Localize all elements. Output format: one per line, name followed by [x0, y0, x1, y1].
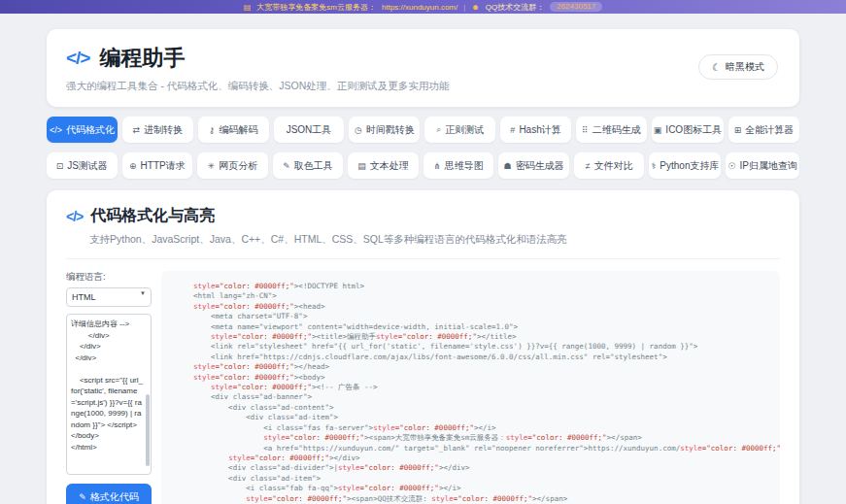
image-icon: ▣: [654, 125, 662, 135]
tab-label: 时间戳转换: [366, 123, 415, 137]
code-line: style="color: #0000ff;"><span>QQ技术交流群: s…: [193, 494, 772, 504]
tab-ip-lookup[interactable]: ☉IP归属地查询: [726, 152, 799, 179]
tab-label: 正则测试: [445, 123, 484, 137]
code-line: <html lang="zh-CN">: [193, 291, 772, 301]
pen-icon: ✎: [79, 492, 86, 502]
tab-qrcode-generator[interactable]: ⠿二维码生成: [576, 117, 647, 143]
language-selected-value: HTML: [72, 292, 96, 302]
tab-label: IP归属地查询: [740, 159, 797, 173]
title-row: </> 编程助手: [66, 44, 780, 73]
code-line: style="color: #0000ff;"><title>编程助手style…: [193, 332, 772, 342]
tab-label: HTTP请求: [141, 159, 186, 173]
chevron-down-icon: ▼: [140, 290, 146, 296]
scrollbar[interactable]: [146, 394, 150, 466]
code-line: <a href="https://xunduyun.com/" target="…: [193, 444, 772, 454]
dark-mode-button[interactable]: ☾ 暗黑模式: [698, 54, 778, 80]
tab-label: 思维导图: [445, 159, 484, 173]
code-line: style="color: #0000ff;"><!DOCTYPE html>: [193, 282, 772, 291]
tab-web-analyzer[interactable]: ✳网页分析: [197, 152, 268, 179]
not-equal-icon: ≠: [586, 161, 591, 171]
tab-label: 网页分析: [219, 159, 257, 173]
code-line: <div class="ad-divider">|style="color: #…: [193, 463, 772, 473]
code-line: <meta charset="UTF-8">: [193, 312, 772, 321]
section-subtitle: 支持Python、JavaScript、Java、C++、C#、HTML、CSS…: [89, 233, 780, 247]
swap-icon: ⇄: [133, 125, 141, 135]
server-icon: ▤: [244, 3, 252, 12]
code-line: <div class="ad-item">: [193, 474, 772, 484]
tab-label: ICO图标工具: [665, 123, 722, 137]
code-line: style="color: #0000ff;"><head>: [193, 302, 772, 312]
page-title: 编程助手: [99, 44, 185, 73]
tab-code-formatter[interactable]: </>代码格式化: [47, 117, 118, 143]
banner-divider: |: [463, 3, 465, 12]
language-label: 编程语言:: [66, 271, 152, 284]
code-line: style="color: #0000ff;"><span>大宽带独享免备案免s…: [193, 433, 772, 443]
tab-text-processor[interactable]: ▤文本处理: [348, 152, 419, 179]
tab-ico-tool[interactable]: ▣ICO图标工具: [652, 117, 724, 143]
formatted-code-output: style="color: #0000ff;"><!DOCTYPE html><…: [161, 271, 780, 504]
tab-password-generator[interactable]: ☗密码生成器: [498, 152, 569, 179]
globe-icon: ☉: [728, 161, 735, 171]
page-subtitle: 强大的编程工具集合 - 代码格式化、编码转换、JSON处理、正则测试及更多实用功…: [66, 80, 780, 93]
tab-label: 全能计算器: [745, 123, 794, 137]
code-line: <link rel="stylesheet" href="{{ url_for(…: [193, 342, 772, 352]
file-icon: ▤: [357, 161, 366, 171]
ad-link[interactable]: https://xunduyun.com/: [382, 3, 457, 12]
formatter-workspace: 编程语言: HTML ▼ 详细信息内容 --> </div> </div> </…: [66, 271, 780, 504]
section-header: </> 代码格式化与高亮: [66, 206, 780, 226]
moon-icon: ☾: [712, 62, 721, 73]
tab-file-compare[interactable]: ≠文件对比: [574, 152, 645, 179]
top-ad-banner: ▤ 大宽带独享免备案免sm云服务器： https://xunduyun.com/…: [0, 0, 846, 14]
tab-color-picker[interactable]: ✎取色工具: [273, 152, 344, 179]
tab-label: 文件对比: [594, 159, 633, 173]
shield-icon: ☗: [504, 161, 512, 171]
tab-python-library[interactable]: ⚕Python支持库: [649, 152, 721, 179]
tab-js-tester[interactable]: ⊡JS测试器: [47, 152, 118, 179]
code-line: <i class="fab fa-qq">style="color: #0000…: [193, 484, 772, 493]
code-line: <div class="ad-item">: [193, 413, 772, 422]
code-line: <meta name="viewport" content="width=dev…: [193, 322, 772, 332]
section-code-icon: </>: [66, 209, 83, 224]
format-code-button[interactable]: ✎ 格式化代码: [66, 484, 152, 504]
tab-calculator[interactable]: ⊞全能计算器: [728, 117, 799, 143]
pen-icon: ✎: [283, 161, 290, 171]
code-input[interactable]: 详细信息内容 --> </div> </div> </div> <script …: [66, 314, 152, 475]
search-icon: ⌕: [436, 124, 441, 135]
terminal-icon: ⊡: [56, 161, 64, 171]
tab-json-tool[interactable]: JSON工具: [274, 117, 345, 143]
tab-regex-tester[interactable]: ⌕正则测试: [424, 117, 495, 143]
tab-hash-calculator[interactable]: #Hash计算: [500, 117, 571, 143]
key-icon: ⚷: [209, 125, 216, 135]
code-icon: </>: [50, 125, 62, 135]
globe-icon: ⊕: [129, 161, 137, 171]
language-select[interactable]: HTML ▼: [66, 287, 152, 307]
qrcode-icon: ⠿: [582, 125, 589, 135]
qq-group-label: QQ技术交流群：: [486, 2, 544, 13]
tab-http-request[interactable]: ⊕HTTP请求: [122, 152, 193, 179]
tab-timestamp-converter[interactable]: ◷时间戳转换: [349, 117, 420, 143]
tab-base-converter[interactable]: ⇄进制转换: [122, 117, 193, 143]
qq-group-number-badge[interactable]: 262430517: [550, 2, 602, 12]
page-container: </> 编程助手 强大的编程工具集合 - 代码格式化、编码转换、JSON处理、正…: [0, 14, 846, 504]
section-title: 代码格式化与高亮: [90, 206, 215, 226]
sitemap-icon: ⋔: [433, 161, 441, 171]
tab-label: JS测试器: [67, 159, 108, 173]
tab-label: 文本处理: [370, 159, 409, 173]
tab-label: JSON工具: [287, 123, 332, 137]
tab-label: 进制转换: [144, 123, 183, 137]
code-line: style="color: #0000ff;"><body>: [193, 373, 772, 383]
section-divider: [66, 258, 780, 259]
tab-label: Python支持库: [660, 159, 719, 173]
code-line: <div class="ad-content">: [193, 403, 772, 413]
code-line: style="color: #0000ff;"><!-- 广告条 -->: [193, 383, 772, 392]
code-input-wrap: 详细信息内容 --> </div> </div> </div> <script …: [66, 314, 152, 475]
clock-icon: ◷: [355, 125, 362, 135]
tab-label: 取色工具: [294, 159, 333, 173]
tab-label: Hash计算: [519, 123, 560, 137]
tab-label: 密码生成器: [516, 159, 564, 173]
tab-mind-map[interactable]: ⋔思维导图: [423, 152, 494, 179]
tab-encoder-decoder[interactable]: ⚷编码解码: [198, 117, 269, 143]
tool-tabs-row-1: </>代码格式化⇄进制转换⚷编码解码JSON工具◷时间戳转换⌕正则测试#Hash…: [47, 117, 799, 143]
tab-label: 代码格式化: [66, 123, 115, 137]
hash-icon: #: [510, 125, 515, 135]
